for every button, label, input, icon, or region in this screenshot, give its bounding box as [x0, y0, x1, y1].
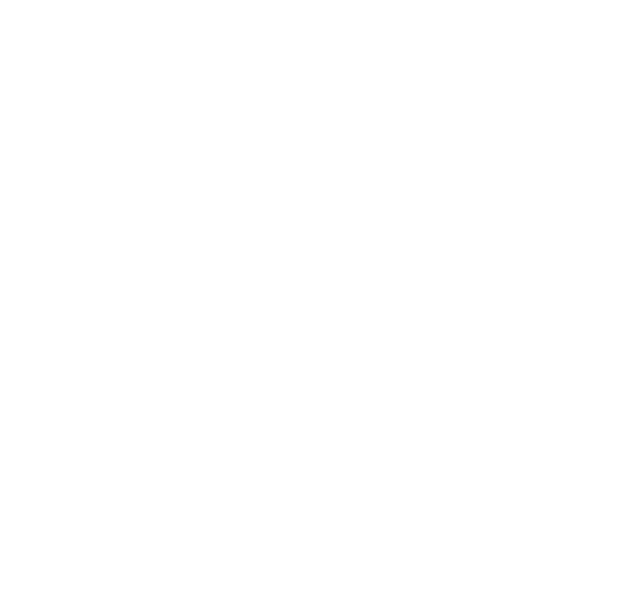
- chart-container: [0, 0, 640, 594]
- connectors-svg: [0, 0, 640, 594]
